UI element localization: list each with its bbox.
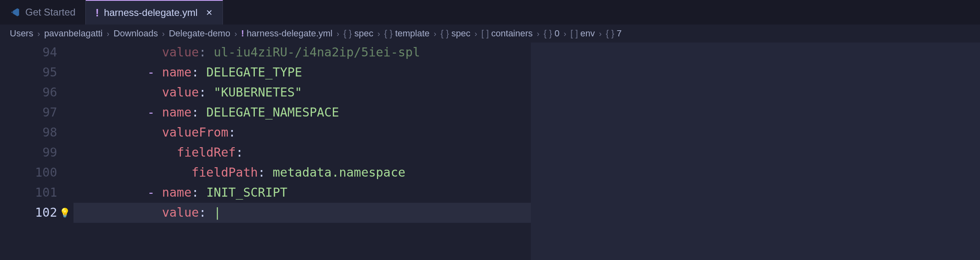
chevron-right-icon: › <box>36 29 42 38</box>
breadcrumb-item[interactable]: Users <box>10 28 33 39</box>
braces-icon: { } <box>384 28 393 39</box>
breadcrumb-item[interactable]: [ ]env <box>570 28 595 39</box>
vscode-icon <box>10 7 20 18</box>
line-number-gutter: 94 95 96 97 98 99 100 101 102 <box>0 43 74 223</box>
chevron-right-icon: › <box>376 29 382 38</box>
breadcrumb-item[interactable]: Delegate-demo <box>169 28 230 39</box>
brackets-icon: [ ] <box>481 28 489 39</box>
breadcrumb-item[interactable]: [ ]containers <box>481 28 533 39</box>
yaml-file-icon: ! <box>241 28 244 39</box>
breadcrumb-item[interactable]: { }spec <box>343 28 373 39</box>
tab-get-started[interactable]: Get Started <box>0 0 86 25</box>
braces-icon: { } <box>441 28 449 39</box>
breadcrumb-item[interactable]: { }7 <box>606 28 621 39</box>
breadcrumb-item[interactable]: Downloads <box>114 28 158 39</box>
chevron-right-icon: › <box>562 29 568 38</box>
line-number[interactable]: 94 <box>0 43 57 63</box>
line-number[interactable]: 102 <box>0 203 57 223</box>
braces-icon: { } <box>606 28 614 39</box>
lightbulb-icon[interactable]: 💡 <box>59 206 70 220</box>
chevron-right-icon: › <box>160 29 167 38</box>
chevron-right-icon: › <box>233 29 239 38</box>
brackets-icon: [ ] <box>570 28 578 39</box>
chevron-right-icon: › <box>535 29 541 38</box>
breadcrumb-item[interactable]: { }spec <box>441 28 470 39</box>
line-number[interactable]: 99 <box>0 143 57 163</box>
chevron-right-icon: › <box>335 29 341 38</box>
tab-harness-delegate[interactable]: ! harness-delegate.yml ✕ <box>86 0 223 25</box>
line-number[interactable]: 101 <box>0 183 57 203</box>
line-number[interactable]: 100 <box>0 163 57 183</box>
tab-label: Get Started <box>25 7 76 18</box>
tab-label: harness-delegate.yml <box>104 7 197 18</box>
chevron-right-icon: › <box>597 29 604 38</box>
line-number[interactable]: 97 <box>0 103 57 123</box>
chevron-right-icon: › <box>432 29 438 38</box>
breadcrumb-item[interactable]: { }0 <box>543 28 559 39</box>
line-number[interactable]: 98 <box>0 123 57 143</box>
close-icon[interactable]: ✕ <box>206 8 213 18</box>
chevron-right-icon: › <box>105 29 111 38</box>
yaml-file-icon: ! <box>96 7 99 19</box>
braces-icon: { } <box>543 28 552 39</box>
line-number[interactable]: 95 <box>0 63 57 83</box>
breadcrumb-item[interactable]: !harness-delegate.yml <box>241 28 333 39</box>
breadcrumb-item[interactable]: pavanbelagatti <box>44 28 102 39</box>
breadcrumb-item[interactable]: { }template <box>384 28 430 39</box>
braces-icon: { } <box>343 28 352 39</box>
tab-bar: Get Started ! harness-delegate.yml ✕ <box>0 0 980 25</box>
minimap-area[interactable] <box>531 43 980 260</box>
line-number[interactable]: 96 <box>0 83 57 103</box>
breadcrumbs[interactable]: Users › pavanbelagatti › Downloads › Del… <box>0 25 980 43</box>
chevron-right-icon: › <box>473 29 479 38</box>
